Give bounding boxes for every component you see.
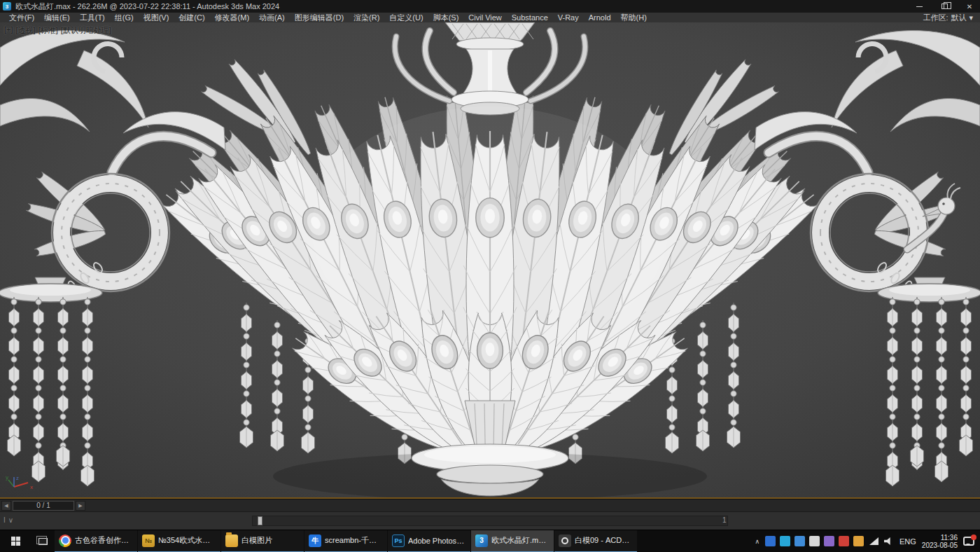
viewport-shading-menu[interactable]: [默认明暗处理] [61, 25, 111, 36]
menu-item-8[interactable]: 图形编辑器(D) [290, 13, 349, 22]
notes-icon: № [142, 534, 155, 547]
title-bar: 3 欧式水晶灯.max - 262.26M @ 2023-07-22 22:38… [0, 0, 980, 13]
volume-icon[interactable] [884, 537, 894, 546]
taskbar-app-acdsee[interactable]: 白模09 - ACDSee ... [554, 530, 637, 552]
taskbar-app-3dsmax[interactable]: 3欧式水晶灯.max - ... [471, 530, 554, 552]
workspace-selector[interactable]: 工作区: 默认 ▾ [923, 13, 976, 22]
taskbar-app-photoshop[interactable]: PsAdobe Photosho... [388, 530, 470, 552]
workspace-value: 默认 [951, 13, 966, 22]
taskbar-clock[interactable]: 11:36 2023-08-05 [922, 534, 958, 549]
trackbar-filter-button[interactable]: ∨ [8, 516, 13, 524]
tray-icon-5[interactable] [824, 536, 834, 546]
tray-icon-1[interactable] [765, 536, 776, 546]
menu-items: 文件(F)编辑(E)工具(T)组(G)视图(V)创建(C)修改器(M)动画(A)… [4, 13, 652, 22]
viewport-render-chandelier [0, 22, 980, 497]
menu-item-12[interactable]: Civil View [463, 13, 506, 22]
axis-x-label: x [30, 484, 33, 490]
taskbar-app-label: 白模09 - ACDSee ... [575, 535, 633, 546]
taskbar-app-qianniu[interactable]: 牛screambn-千牛工... [304, 530, 387, 552]
acdsee-icon [559, 534, 571, 547]
trackbar-groove[interactable] [252, 516, 728, 526]
language-indicator[interactable]: ENG [899, 537, 916, 546]
next-frame-button[interactable]: ▶ [76, 501, 85, 511]
menu-item-16[interactable]: 帮助(H) [616, 13, 652, 22]
taskbar-apps: 古色谷香创作者主...№№354欧式水晶灯...白模图片牛screambn-千牛… [55, 530, 638, 552]
menu-item-15[interactable]: Arnold [584, 13, 616, 22]
tray-icon-4[interactable] [809, 536, 820, 546]
tray-icons [765, 536, 864, 546]
taskbar-app-label: Adobe Photosho... [408, 537, 466, 545]
qianniu-icon: 牛 [309, 534, 321, 547]
messages-icon[interactable] [963, 537, 974, 546]
workspace-caret-icon: ▾ [969, 13, 973, 22]
menu-item-11[interactable]: 脚本(S) [428, 13, 464, 22]
chrome-icon [59, 534, 71, 547]
track-bar: I ∨ 1 [0, 511, 980, 530]
taskbar-app-label: 欧式水晶灯.max - ... [491, 535, 550, 546]
taskbar-app-label: 古色谷香创作者主... [75, 535, 133, 546]
system-tray: ∧ ENG 11:36 2023-08-05 [755, 534, 980, 549]
tray-icon-2[interactable] [780, 536, 790, 546]
current-frame-indicator[interactable]: 0 / 1 [13, 501, 74, 511]
clock-time: 11:36 [922, 534, 958, 541]
close-button[interactable]: ✕ [959, 0, 980, 13]
minimize-button[interactable] [909, 0, 930, 13]
app-icon-3dsmax: 3 [3, 2, 11, 11]
taskbar-app-folder[interactable]: 白模图片 [221, 530, 304, 552]
hidden-icons-chevron[interactable]: ∧ [755, 538, 760, 545]
axis-z-label: z [16, 475, 19, 481]
previous-frame-button[interactable]: ◀ [1, 501, 11, 511]
window-title: 欧式水晶灯.max - 262.26M @ 2023-07-22 22:38:1… [15, 1, 279, 12]
menu-item-1[interactable]: 编辑(E) [39, 13, 75, 22]
workspace-label: 工作区: [923, 13, 948, 22]
end-frame-label: 1 [722, 516, 727, 524]
menu-item-6[interactable]: 修改器(M) [210, 13, 255, 22]
viewport-pov-menu[interactable]: [透视] [16, 25, 36, 36]
windows-logo-icon [11, 537, 20, 546]
viewport-standard-menu[interactable]: [标准] [38, 25, 58, 36]
network-icon[interactable] [869, 537, 878, 545]
menu-item-10[interactable]: 自定义(U) [384, 13, 428, 22]
task-view-button[interactable] [31, 530, 55, 552]
world-axis-gizmo: x y z [6, 474, 42, 493]
time-slider-handle[interactable] [258, 516, 262, 525]
menu-item-3[interactable]: 组(G) [110, 13, 139, 22]
windows-taskbar: 古色谷香创作者主...№№354欧式水晶灯...白模图片牛screambn-千牛… [0, 530, 980, 552]
tray-icon-3[interactable] [794, 536, 805, 546]
axis-y-label: y [6, 474, 8, 481]
tray-icon-6[interactable] [839, 536, 849, 546]
perspective-viewport[interactable]: [+] [透视] [标准] [默认明暗处理] x y z [0, 22, 980, 497]
photoshop-icon: Ps [392, 534, 405, 547]
menu-item-0[interactable]: 文件(F) [4, 13, 39, 22]
menu-item-7[interactable]: 动画(A) [254, 13, 290, 22]
menu-item-4[interactable]: 视图(V) [139, 13, 174, 22]
restore-icon [941, 4, 948, 9]
viewport-general-menu[interactable]: [+] [4, 25, 13, 36]
tray-icon-7[interactable] [853, 536, 864, 546]
restore-button[interactable] [934, 0, 955, 13]
open-mini-curve-editor-button[interactable]: I [4, 516, 6, 524]
clock-date: 2023-08-05 [922, 541, 958, 549]
time-slider-bar: ◀ 0 / 1 ▶ [0, 499, 980, 511]
taskbar-app-label: №354欧式水晶灯... [158, 535, 216, 546]
menu-item-14[interactable]: V-Ray [553, 13, 584, 22]
menu-item-5[interactable]: 创建(C) [174, 13, 209, 22]
menu-item-13[interactable]: Substance [507, 13, 553, 22]
taskbar-app-label: screambn-千牛工... [325, 535, 383, 546]
viewport-label-menus: [+] [透视] [标准] [默认明暗处理] [4, 25, 111, 36]
taskbar-app-notes[interactable]: №№354欧式水晶灯... [138, 530, 220, 552]
trackbar-tools: I ∨ [4, 516, 13, 524]
menu-bar: 文件(F)编辑(E)工具(T)组(G)视图(V)创建(C)修改器(M)动画(A)… [0, 13, 980, 22]
start-button[interactable] [0, 530, 31, 552]
menu-item-2[interactable]: 工具(T) [75, 13, 110, 22]
3dsmax-window: 3 欧式水晶灯.max - 262.26M @ 2023-07-22 22:38… [0, 0, 980, 552]
task-view-icon [38, 538, 48, 545]
3dsmax-icon: 3 [475, 534, 488, 547]
minimize-icon [916, 6, 923, 7]
taskbar-app-chrome[interactable]: 古色谷香创作者主... [55, 530, 137, 552]
notification-badge [971, 534, 976, 540]
folder-icon [225, 534, 238, 547]
taskbar-app-label: 白模图片 [241, 535, 272, 546]
menu-item-9[interactable]: 渲染(R) [349, 13, 384, 22]
